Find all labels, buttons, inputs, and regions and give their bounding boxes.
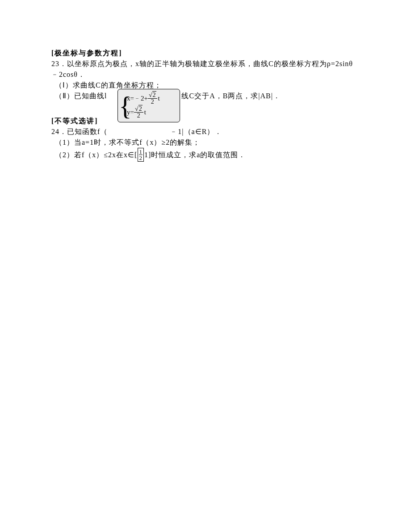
q23-stem: 以坐标原点为极点，x轴的正半轴为极轴建立极坐标系，曲线C的极坐标方程为ρ=2si… — [51, 60, 353, 78]
var-t: t — [158, 95, 160, 102]
q23-stem-line: 23．以坐标原点为极点，x轴的正半轴为极轴建立极坐标系，曲线C的极坐标方程为ρ=… — [51, 59, 360, 80]
q24-stem-line: 24．已知函数f（﹣1|（a∈R）． — [51, 126, 360, 137]
fraction-one-half-box: 1 2 — [138, 148, 144, 162]
section-header-inequality: [不等式选讲] — [51, 116, 360, 126]
formula-eq-y: y= 2 2 t — [127, 106, 177, 119]
fraction-sqrt2-over-2-b: 2 2 — [134, 106, 143, 119]
q24-stem-before: 已知函数f（ — [67, 128, 108, 135]
sqrt-radicand: 2 — [138, 105, 143, 112]
frac-num: 1 — [139, 149, 143, 155]
frac-den: 2 — [148, 99, 157, 105]
q23-number: 23． — [51, 60, 67, 67]
q24-stem-after: ﹣1|（a∈R）． — [170, 128, 222, 135]
q24-part1: （1）当a=1时，求不等式f（x）≥2的解集； — [51, 137, 360, 148]
q23-part1: （Ⅰ）求曲线C的直角坐标方程； — [51, 80, 360, 91]
q24-part2-after: 1]时恒成立，求a的取值范围． — [144, 150, 246, 160]
left-brace-icon: { — [119, 92, 132, 119]
q23-part2-line: （Ⅱ）已知曲线l 曲线C交于A，B两点，求|AB|． { x=﹣2+ 2 2 t… — [51, 91, 360, 101]
q24-number: 24． — [51, 128, 67, 135]
fraction-sqrt2-over-2-a: 2 2 — [148, 92, 157, 105]
q24-part2-line: （2）若f（x）≤2x在x∈[ 1 2 1]时恒成立，求a的取值范围． — [51, 148, 360, 162]
formula-eq-x: x=﹣2+ 2 2 t — [127, 92, 177, 105]
sqrt-radicand: 2 — [152, 91, 156, 98]
frac-den: 2 — [139, 155, 143, 161]
var-t: t — [144, 109, 146, 116]
section-header-polar: [极坐标与参数方程] — [51, 48, 360, 59]
q24-part2-before: （2）若f（x）≤2x在x∈[ — [55, 150, 137, 160]
q23-parametric-formula-box: { x=﹣2+ 2 2 t y= 2 2 t — [117, 89, 180, 122]
frac-den: 2 — [134, 113, 143, 119]
q23-part2-before: （Ⅱ）已知曲线l — [55, 92, 107, 100]
q23-part2-after: 曲线C交于A，B两点，求|AB|． — [174, 92, 281, 100]
